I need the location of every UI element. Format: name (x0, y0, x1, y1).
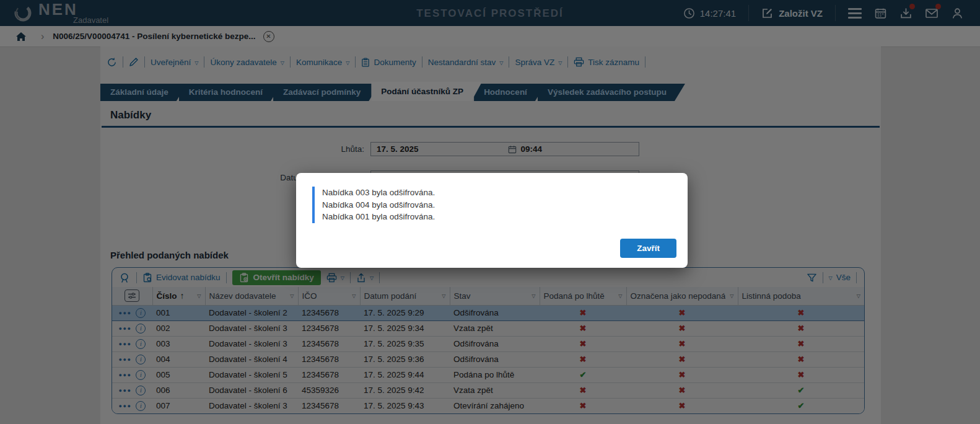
dialog-message: Nabídka 004 byla odšifrována. (322, 199, 435, 211)
dialog-message-list: Nabídka 003 byla odšifrována.Nabídka 004… (312, 187, 435, 223)
dialog-message: Nabídka 001 byla odšifrována. (322, 211, 435, 223)
dialog-message: Nabídka 003 byla odšifrována. (322, 187, 435, 199)
dialog-close-button[interactable]: Zavřít (620, 239, 676, 258)
decrypt-result-dialog: Nabídka 003 byla odšifrována.Nabídka 004… (296, 173, 688, 268)
